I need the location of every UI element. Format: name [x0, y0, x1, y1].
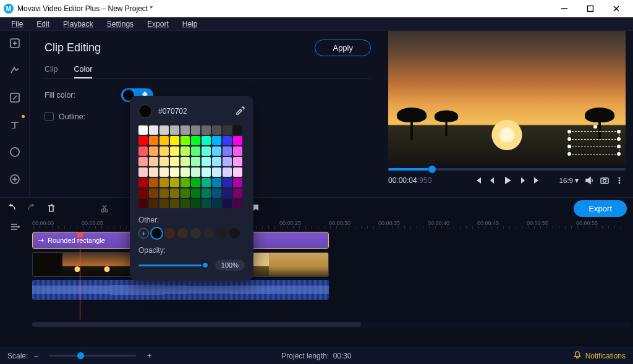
title-track[interactable]: T 👁 ↗ Rounded rectangle	[32, 232, 633, 250]
scrub-thumb[interactable]	[428, 166, 436, 173]
other-color-swatch[interactable]	[190, 228, 201, 239]
color-swatch[interactable]	[170, 188, 179, 198]
color-swatch[interactable]	[191, 167, 200, 177]
color-swatch[interactable]	[223, 146, 232, 156]
color-swatch[interactable]	[181, 157, 190, 166]
color-swatch[interactable]	[223, 199, 232, 208]
color-swatch[interactable]	[233, 199, 242, 208]
other-color-swatch[interactable]	[164, 228, 175, 239]
sidebar-titles-icon[interactable]	[6, 116, 23, 133]
tab-clip[interactable]: Clip	[45, 65, 58, 78]
tab-color[interactable]: Color	[74, 65, 93, 78]
color-swatch[interactable]	[138, 188, 148, 198]
color-swatch[interactable]	[212, 125, 221, 135]
music-track[interactable]: ♪	[32, 306, 633, 320]
color-swatch[interactable]	[149, 188, 158, 198]
color-swatch[interactable]	[212, 167, 221, 177]
next-clip-button[interactable]	[531, 174, 543, 187]
hex-value[interactable]: #070702	[158, 107, 187, 116]
color-swatch[interactable]	[159, 178, 169, 187]
title-overlay-box[interactable]	[569, 131, 619, 140]
color-swatch[interactable]	[159, 146, 169, 156]
color-swatch[interactable]	[202, 157, 211, 166]
color-swatch[interactable]	[138, 146, 148, 156]
delete-button[interactable]	[46, 203, 57, 214]
eyedropper-button[interactable]	[235, 105, 245, 117]
prev-clip-button[interactable]	[472, 174, 484, 187]
color-swatch[interactable]	[181, 125, 190, 135]
scrollbar-thumb[interactable]	[32, 322, 361, 327]
sidebar-more-tools-icon[interactable]	[6, 171, 23, 188]
color-swatch[interactable]	[212, 146, 221, 156]
color-swatch[interactable]	[138, 125, 148, 135]
color-swatch[interactable]	[159, 157, 169, 166]
color-swatch[interactable]	[138, 178, 148, 187]
color-swatch[interactable]	[202, 178, 211, 187]
title-overlay-box[interactable]	[569, 146, 619, 154]
color-swatch[interactable]	[138, 157, 148, 166]
apply-button[interactable]: Apply	[315, 40, 371, 56]
color-swatch[interactable]	[181, 178, 190, 187]
menu-file[interactable]: File	[5, 19, 29, 30]
color-swatch[interactable]	[170, 199, 179, 208]
split-button[interactable]	[99, 203, 110, 214]
color-swatch[interactable]	[233, 167, 242, 177]
color-swatch[interactable]	[159, 125, 169, 135]
preview-scrubber[interactable]	[388, 168, 626, 171]
color-swatch[interactable]	[149, 167, 158, 177]
color-swatch[interactable]	[202, 199, 211, 208]
other-color-swatch[interactable]	[229, 228, 240, 239]
color-swatch[interactable]	[223, 178, 232, 187]
color-swatch[interactable]	[170, 125, 179, 135]
menu-settings[interactable]: Settings	[101, 19, 140, 30]
color-swatch[interactable]	[149, 125, 158, 135]
color-swatch[interactable]	[223, 167, 232, 177]
color-swatch[interactable]	[159, 167, 169, 177]
aspect-ratio-selector[interactable]: 16:9▾	[557, 175, 581, 186]
current-color-swatch[interactable]	[138, 104, 152, 118]
scale-minus-icon[interactable]: –	[34, 352, 38, 360]
add-color-button[interactable]: +	[138, 228, 149, 239]
color-swatch[interactable]	[181, 136, 190, 145]
color-swatch[interactable]	[170, 157, 179, 166]
color-swatch[interactable]	[159, 199, 169, 208]
sidebar-transitions-icon[interactable]	[6, 89, 23, 106]
color-swatch[interactable]	[212, 188, 221, 198]
color-swatch[interactable]	[202, 136, 211, 145]
redo-button[interactable]	[26, 203, 37, 214]
color-swatch[interactable]	[181, 199, 190, 208]
sidebar-import-icon[interactable]	[6, 35, 23, 52]
menu-help[interactable]: Help	[176, 19, 204, 30]
scale-thumb[interactable]	[77, 352, 84, 359]
notifications-button[interactable]: Notifications	[573, 350, 626, 361]
color-swatch[interactable]	[149, 146, 158, 156]
color-swatch[interactable]	[202, 167, 211, 177]
color-swatch[interactable]	[233, 146, 242, 156]
other-color-swatch[interactable]	[203, 228, 214, 239]
window-close-button[interactable]	[603, 0, 629, 17]
timeline-playhead[interactable]	[80, 232, 80, 320]
color-swatch[interactable]	[149, 178, 158, 187]
outline-checkbox[interactable]	[45, 112, 54, 121]
menu-playback[interactable]: Playback	[57, 19, 100, 30]
color-swatch[interactable]	[159, 188, 169, 198]
color-swatch[interactable]	[223, 188, 232, 198]
opacity-slider[interactable]	[138, 265, 209, 266]
color-swatch[interactable]	[138, 167, 148, 177]
timeline-ruler[interactable]: 00:00:0000:00:0500:00:1000:00:1500:00:20…	[30, 219, 633, 230]
overlay-handle[interactable]	[593, 125, 597, 129]
video-track[interactable]: 👁 🔊	[32, 252, 633, 278]
color-swatch[interactable]	[191, 136, 200, 145]
step-forward-button[interactable]	[516, 174, 529, 187]
other-color-swatch[interactable]	[216, 228, 227, 239]
undo-button[interactable]	[6, 203, 17, 214]
color-swatch[interactable]	[233, 157, 242, 166]
volume-button[interactable]	[584, 174, 596, 187]
menu-export[interactable]: Export	[141, 19, 175, 30]
scale-slider[interactable]	[49, 355, 136, 357]
color-swatch[interactable]	[233, 178, 242, 187]
color-swatch[interactable]	[233, 125, 242, 135]
menu-edit[interactable]: Edit	[30, 19, 56, 30]
scale-plus-icon[interactable]: +	[147, 352, 151, 360]
color-swatch[interactable]	[181, 188, 190, 198]
